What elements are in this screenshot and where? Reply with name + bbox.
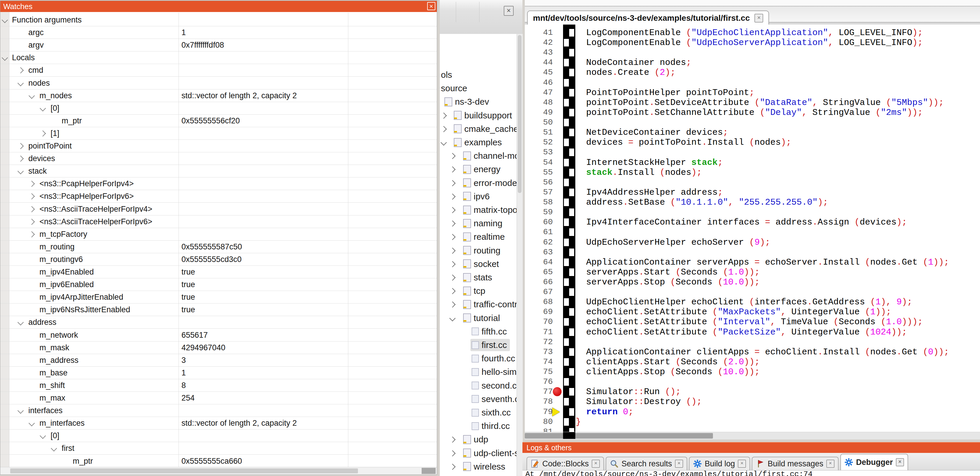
watch-row[interactable]: stack bbox=[0, 165, 437, 177]
code-line-74[interactable]: 74 clientApps.Start (Seconds (2.0)); bbox=[525, 357, 980, 367]
chevron-down-icon[interactable] bbox=[18, 168, 24, 174]
tree-item-group[interactable]: wireless bbox=[462, 460, 508, 473]
tree-item-group[interactable]: socket bbox=[462, 258, 502, 270]
chevron-right-icon[interactable] bbox=[449, 207, 455, 213]
watch-row[interactable]: m_address3 bbox=[0, 354, 437, 367]
code-line-62[interactable]: 62 UdpEchoServerHelper echoServer (9); bbox=[525, 237, 980, 248]
watches-horizontal-scrollbar[interactable] bbox=[0, 467, 437, 474]
tree-item-group[interactable]: second.cc bbox=[471, 380, 517, 392]
tree-item-group[interactable]: seventh.cc bbox=[471, 393, 517, 405]
code-line-55[interactable]: 55 stack.Install (nodes); bbox=[525, 168, 980, 177]
logs-tab-search-results[interactable]: Search results× bbox=[606, 457, 687, 470]
close-icon[interactable]: × bbox=[504, 6, 514, 16]
tree-item-group[interactable]: traffic-contro bbox=[462, 298, 517, 310]
chevron-right-icon[interactable] bbox=[449, 248, 455, 254]
code-line-75[interactable]: 75 clientApps.Stop (Seconds (10.0)); bbox=[525, 367, 980, 377]
tree-item-group[interactable]: ns-3-dev bbox=[443, 96, 492, 108]
watch-row[interactable]: <ns3::AsciiTraceHelperForIpv6> bbox=[0, 216, 437, 228]
tree-item-group[interactable]: stats bbox=[462, 272, 495, 284]
chevron-right-icon[interactable] bbox=[29, 181, 35, 187]
code-line-80[interactable]: 80} bbox=[525, 417, 980, 427]
code-line-79[interactable]: 79 return 0; bbox=[525, 407, 980, 417]
chevron-right-icon[interactable] bbox=[449, 220, 455, 227]
tree-item-ns-3-dev[interactable]: ns-3-dev bbox=[440, 95, 517, 109]
watch-row[interactable]: address bbox=[0, 316, 437, 329]
tree-item-udp-client-ser[interactable]: udp-client-ser bbox=[440, 446, 517, 460]
watch-row[interactable]: argc1 bbox=[0, 26, 437, 39]
tree-item-group[interactable]: examples bbox=[453, 136, 504, 149]
code-line-52[interactable]: 52 devices = pointToPoint.Install (nodes… bbox=[525, 137, 980, 147]
watch-row[interactable]: m_base1 bbox=[0, 367, 437, 379]
tree-item-group[interactable]: energy bbox=[462, 163, 503, 176]
watch-row[interactable]: m_max254 bbox=[0, 392, 437, 404]
code-line-45[interactable]: 45 nodes.Create (2); bbox=[525, 67, 980, 77]
code-line-46[interactable]: 46 bbox=[525, 78, 980, 88]
chevron-right-icon[interactable] bbox=[449, 436, 455, 442]
tree-item-group[interactable]: fourth.cc bbox=[471, 352, 517, 364]
tree-item-tutorial[interactable]: tutorial bbox=[440, 311, 517, 325]
code-line-58[interactable]: 58 address.SetBase ("10.1.1.0", "255.255… bbox=[525, 197, 980, 207]
tree-item-examples[interactable]: examples bbox=[440, 136, 517, 149]
tree-item-group[interactable]: third.cc bbox=[471, 420, 513, 432]
close-icon[interactable]: × bbox=[592, 460, 600, 468]
watch-row[interactable]: m_interfacesstd::vector of length 2, cap… bbox=[0, 417, 437, 430]
watches-titlebar[interactable]: Watches × bbox=[0, 1, 437, 12]
tree-item-group[interactable]: source bbox=[440, 82, 470, 94]
tree-item-error-model[interactable]: error-model bbox=[440, 176, 517, 190]
tree-item-group[interactable]: cmake_cache bbox=[453, 123, 517, 135]
chevron-down-icon[interactable] bbox=[51, 445, 57, 452]
tree-item-matrix-topol[interactable]: matrix-topol bbox=[440, 203, 517, 217]
chevron-right-icon[interactable] bbox=[441, 112, 447, 118]
chevron-right-icon[interactable] bbox=[29, 206, 35, 212]
code-line-51[interactable]: 51 NetDeviceContainer devices; bbox=[525, 128, 980, 137]
tree-item-fifth-cc[interactable]: fifth.cc bbox=[440, 325, 517, 338]
chevron-down-icon[interactable] bbox=[29, 420, 35, 426]
chevron-right-icon[interactable] bbox=[29, 193, 35, 200]
code-line-44[interactable]: 44 NodeContainer nodes; bbox=[525, 58, 980, 67]
tree-item-fourth-cc[interactable]: fourth.cc bbox=[440, 352, 517, 365]
watch-row[interactable]: argv0x7fffffffdf08 bbox=[0, 39, 437, 51]
code-line-76[interactable]: 76 bbox=[525, 377, 980, 387]
tree-item-routing[interactable]: routing bbox=[440, 244, 517, 257]
tree-item-traffic-contro[interactable]: traffic-contro bbox=[440, 298, 517, 311]
watch-row[interactable]: Locals bbox=[0, 51, 437, 64]
tree-item-buildsupport[interactable]: buildsupport bbox=[440, 109, 517, 122]
chevron-down-icon[interactable] bbox=[18, 407, 24, 414]
watch-row[interactable]: <ns3::AsciiTraceHelperForIpv4> bbox=[0, 203, 437, 216]
chevron-right-icon[interactable] bbox=[18, 143, 24, 149]
code-line-56[interactable]: 56 bbox=[525, 177, 980, 187]
tree-item-ipv6[interactable]: ipv6 bbox=[440, 190, 517, 203]
editor-tab-first-cc[interactable]: mnt/dev/tools/source/ns-3-dev/examples/t… bbox=[527, 11, 769, 25]
tree-item-group[interactable]: fifth.cc bbox=[471, 326, 510, 338]
watch-row[interactable]: m_ipv4ArpJitterEnabledtrue bbox=[0, 291, 437, 303]
code-line-61[interactable]: 61 bbox=[525, 227, 980, 237]
tree-item-group[interactable]: buildsupport bbox=[453, 109, 515, 121]
project-file-tree[interactable]: olssourcens-3-devbuildsupportcmake_cache… bbox=[440, 34, 517, 476]
code-line-68[interactable]: 68 UdpEchoClientHelper echoClient (inter… bbox=[525, 297, 980, 307]
tree-item-source[interactable]: source bbox=[440, 81, 517, 95]
close-icon[interactable]: × bbox=[738, 460, 746, 468]
chevron-down-icon[interactable] bbox=[2, 17, 8, 23]
tree-item-sixth-cc[interactable]: sixth.cc bbox=[440, 406, 517, 419]
logs-tab-build-messages[interactable]: Build messages× bbox=[752, 457, 838, 470]
watch-row[interactable]: m_routingv60x5555555cd3c0 bbox=[0, 253, 437, 266]
code-line-67[interactable]: 67 bbox=[525, 287, 980, 297]
code-line-59[interactable]: 59 bbox=[525, 207, 980, 217]
tree-item-ols[interactable]: ols bbox=[440, 68, 517, 81]
logs-tab-debugger[interactable]: Debugger× bbox=[840, 454, 908, 470]
chevron-down-icon[interactable] bbox=[40, 105, 46, 112]
code-line-65[interactable]: 65 serverApps.Start (Seconds (1.0)); bbox=[525, 267, 980, 277]
code-line-69[interactable]: 69 echoClient.SetAttribute ("MaxPackets"… bbox=[525, 307, 980, 317]
chevron-down-icon[interactable] bbox=[2, 55, 8, 61]
watch-row[interactable]: first bbox=[0, 442, 437, 455]
tree-item-realtime[interactable]: realtime bbox=[440, 230, 517, 244]
watch-row[interactable]: m_nodesstd::vector of length 2, capacity… bbox=[0, 89, 437, 102]
close-icon[interactable]: × bbox=[754, 14, 763, 22]
watch-row[interactable]: m_mask4294967040 bbox=[0, 342, 437, 354]
scrollbar-thumb[interactable] bbox=[525, 433, 713, 439]
code-line-43[interactable]: 43 bbox=[525, 48, 980, 58]
code-line-66[interactable]: 66 serverApps.Stop (Seconds (10.0)); bbox=[525, 277, 980, 287]
tree-item-seventh-cc[interactable]: seventh.cc bbox=[440, 392, 517, 406]
chevron-right-icon[interactable] bbox=[29, 219, 35, 225]
watch-row[interactable]: m_ipv6NsRsJitterEnabledtrue bbox=[0, 303, 437, 316]
